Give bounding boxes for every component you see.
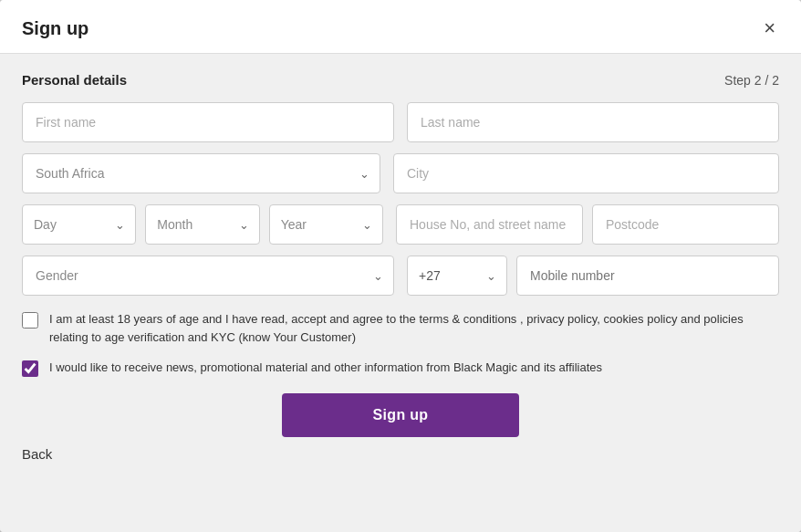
last-name-input[interactable] [407,102,779,142]
year-select[interactable]: Year 200520042003 [269,204,383,245]
gender-select[interactable]: Gender Male Female Other [22,256,394,296]
modal-header: Sign up × [0,0,801,54]
terms-row: I am at least 18 years of age and I have… [22,310,779,346]
month-select[interactable]: Month JanuaryFebruaryMarch AprilMayJune … [145,204,259,245]
modal-title: Sign up [22,18,88,39]
country-select-wrapper: South Africa United Kingdom United State… [22,153,380,193]
country-city-row: South Africa United Kingdom United State… [22,153,779,193]
step-indicator: Step 2 / 2 [724,73,779,88]
address-row [396,204,779,245]
back-button[interactable]: Back [22,446,52,462]
phone-code-wrapper: +27 +1 +44 +61 ⌄ [407,256,507,296]
news-label: I would like to receive news, promotiona… [49,359,602,377]
phone-row: +27 +1 +44 +61 ⌄ [407,256,779,296]
section-label: Personal details [22,72,127,88]
city-input[interactable] [393,153,779,193]
first-name-input[interactable] [22,102,394,142]
gender-phone-row: Gender Male Female Other ⌄ +27 +1 +44 +6… [22,256,779,296]
gender-select-wrapper: Gender Male Female Other ⌄ [22,256,394,296]
month-select-wrapper: Month JanuaryFebruaryMarch AprilMayJune … [145,204,259,245]
street-input[interactable] [396,204,583,245]
signup-button[interactable]: Sign up [282,393,519,437]
country-select[interactable]: South Africa United Kingdom United State… [22,153,380,193]
close-button[interactable]: × [760,16,779,40]
signup-modal: Sign up × Personal details Step 2 / 2 So… [0,0,801,532]
dob-address-row: Day 12345 ⌄ Month JanuaryFebruaryMarch A… [22,204,779,245]
date-row: Day 12345 ⌄ Month JanuaryFebruaryMarch A… [22,204,383,245]
form-subheader: Personal details Step 2 / 2 [22,72,779,88]
phone-code-select[interactable]: +27 +1 +44 +61 [407,256,507,296]
terms-label: I am at least 18 years of age and I have… [49,310,779,346]
modal-body: Personal details Step 2 / 2 South Africa… [0,54,801,532]
checkbox-section: I am at least 18 years of age and I have… [22,310,779,377]
postcode-input[interactable] [592,204,779,245]
terms-checkbox[interactable] [22,312,38,329]
news-checkbox[interactable] [22,360,38,377]
day-select-wrapper: Day 12345 ⌄ [22,204,136,245]
day-select[interactable]: Day 12345 [22,204,136,245]
year-select-wrapper: Year 200520042003 ⌄ [269,204,383,245]
mobile-number-input[interactable] [516,256,779,296]
news-row: I would like to receive news, promotiona… [22,359,779,377]
name-row [22,102,779,142]
